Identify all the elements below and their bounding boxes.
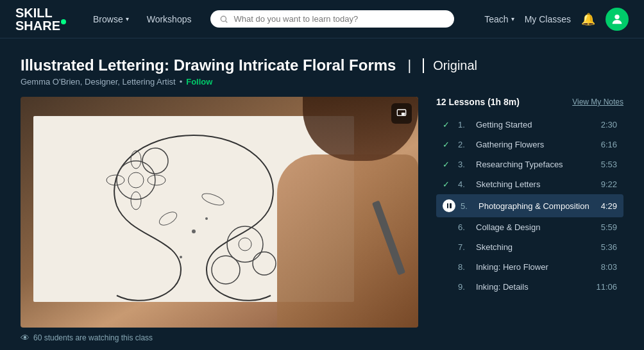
course-title-row: Illustrated Lettering: Drawing Intricate… <box>21 56 623 74</box>
lesson-name: Researching Typefaces <box>476 160 596 169</box>
lesson-name: Inking: Details <box>476 282 591 292</box>
notifications-icon[interactable]: 🔔 <box>581 12 595 26</box>
browse-link[interactable]: Browse ▾ <box>87 10 135 28</box>
nav-links: Browse ▾ Workshops <box>87 10 198 28</box>
lesson-duration: 11:06 <box>596 282 617 292</box>
lessons-header: 12 Lessons (1h 8m) View My Notes <box>436 97 623 107</box>
lesson-item[interactable]: 7.Sketching5:36 <box>436 237 623 257</box>
avatar[interactable] <box>606 8 629 31</box>
check-icon: ✓ <box>443 120 453 129</box>
svg-point-2 <box>614 14 619 19</box>
lesson-number: 4. <box>458 179 471 189</box>
browse-label: Browse <box>93 14 123 24</box>
lesson-duration: 6:16 <box>601 140 617 149</box>
logo-dot <box>61 19 66 24</box>
my-classes-link[interactable]: My Classes <box>525 14 571 24</box>
nav-right: Teach ▾ My Classes 🔔 <box>484 8 629 31</box>
search-bar[interactable] <box>210 10 454 28</box>
content-row: 12 Lessons (1h 8m) View My Notes ✓1.Gett… <box>21 97 623 328</box>
workshops-link[interactable]: Workshops <box>140 10 198 28</box>
teach-label: Teach <box>484 14 508 24</box>
logo-text: SKILLSHARE <box>15 6 60 32</box>
lesson-name: Getting Started <box>476 120 596 129</box>
teach-chevron-icon: ▾ <box>511 15 514 22</box>
lesson-item[interactable]: 5.Photographing & Composition4:29 <box>436 194 623 217</box>
lesson-duration: 4:29 <box>601 201 617 211</box>
lesson-duration: 9:22 <box>601 179 617 189</box>
pip-icon[interactable] <box>391 103 412 124</box>
lesson-number: 2. <box>458 140 471 149</box>
original-badge: Original <box>423 58 477 73</box>
lesson-number: 8. <box>458 262 471 272</box>
lesson-item[interactable]: ✓3.Researching Typefaces5:53 <box>436 154 623 174</box>
chevron-down-icon: ▾ <box>126 15 129 22</box>
course-title: Illustrated Lettering: Drawing Intricate… <box>21 56 396 74</box>
my-classes-label: My Classes <box>525 14 571 24</box>
lesson-list: ✓1.Getting Started2:30✓2.Gathering Flowe… <box>436 115 623 297</box>
check-icon: ✓ <box>443 140 453 149</box>
navbar: SKILLSHARE Browse ▾ Workshops Teach ▾ My… <box>0 0 644 38</box>
lesson-item[interactable]: ✓1.Getting Started2:30 <box>436 115 623 135</box>
lesson-name: Collage & Design <box>476 222 596 232</box>
lesson-duration: 5:36 <box>601 242 617 252</box>
pause-icon <box>443 199 455 212</box>
svg-point-0 <box>221 16 226 21</box>
lesson-number: 7. <box>458 242 471 252</box>
lesson-name: Sketching <box>476 242 596 252</box>
lesson-item[interactable]: 9.Inking: Details11:06 <box>436 277 623 297</box>
lesson-item[interactable]: ✓2.Gathering Flowers6:16 <box>436 135 623 154</box>
search-icon <box>219 15 228 24</box>
search-input[interactable] <box>233 14 445 24</box>
eye-icon: 👁 <box>21 333 30 343</box>
svg-point-18 <box>192 229 196 233</box>
lesson-duration: 2:30 <box>601 120 617 129</box>
watching-text: 60 students are watching this class <box>33 333 153 342</box>
lesson-item[interactable]: 6.Collage & Design5:59 <box>436 217 623 237</box>
main-content: Illustrated Lettering: Drawing Intricate… <box>0 38 644 350</box>
check-icon: ✓ <box>443 179 453 189</box>
teach-link[interactable]: Teach ▾ <box>484 14 514 24</box>
lessons-panel: 12 Lessons (1h 8m) View My Notes ✓1.Gett… <box>436 97 623 297</box>
hand-overlay <box>277 154 418 328</box>
lesson-number: 3. <box>458 160 471 169</box>
video-thumbnail <box>21 97 418 328</box>
svg-line-1 <box>226 21 228 22</box>
lessons-count: 12 Lessons (1h 8m) <box>436 97 520 107</box>
workshops-label: Workshops <box>147 14 192 24</box>
separator: • <box>180 77 183 87</box>
lesson-duration: 8:03 <box>601 262 617 272</box>
lesson-number: 6. <box>458 222 471 232</box>
instructor-name: Gemma O'Brien, Designer, Lettering Artis… <box>21 77 176 87</box>
svg-rect-22 <box>402 113 405 115</box>
svg-point-19 <box>180 256 182 258</box>
watching-row: 👁 60 students are watching this class <box>21 333 623 343</box>
follow-link[interactable]: Follow <box>186 77 212 87</box>
lesson-name: Sketching Letters <box>476 179 596 189</box>
svg-point-20 <box>205 217 208 220</box>
lesson-name: Gathering Flowers <box>476 140 596 149</box>
lesson-duration: 5:53 <box>601 160 617 169</box>
video-player[interactable] <box>21 97 418 328</box>
lesson-item[interactable]: ✓4.Sketching Letters9:22 <box>436 174 623 194</box>
lesson-number: 5. <box>461 201 473 211</box>
view-notes-link[interactable]: View My Notes <box>572 97 623 106</box>
logo[interactable]: SKILLSHARE <box>15 6 66 32</box>
lesson-item[interactable]: 8.Inking: Hero Flower8:03 <box>436 257 623 277</box>
lesson-duration: 5:59 <box>601 222 617 232</box>
check-icon: ✓ <box>443 160 453 169</box>
lesson-name: Photographing & Composition <box>479 201 596 211</box>
instructor-row: Gemma O'Brien, Designer, Lettering Artis… <box>21 77 623 87</box>
lesson-name: Inking: Hero Flower <box>476 262 596 272</box>
lesson-number: 1. <box>458 120 471 129</box>
lesson-number: 9. <box>458 282 471 292</box>
